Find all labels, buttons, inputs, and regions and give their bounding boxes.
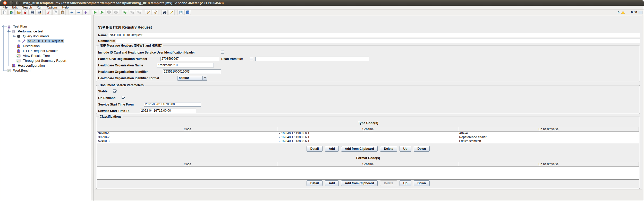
- menu-file[interactable]: File: [0, 6, 10, 10]
- add-from-clipboard-button[interactable]: Add from Clipboard: [341, 146, 378, 152]
- column-header[interactable]: Scheme: [278, 162, 459, 166]
- service-start-from-label: Service Start Time From: [98, 103, 134, 106]
- tree-connector-line: [14, 46, 16, 46]
- column-header[interactable]: En beskrivelse: [458, 162, 639, 166]
- service-start-to-input[interactable]: 2022-04-16T16:00:00: [140, 109, 196, 113]
- window-close-button[interactable]: ✕: [3, 1, 7, 5]
- add-button[interactable]: Add: [325, 146, 338, 152]
- start-no-timers-icon[interactable]: [99, 10, 105, 15]
- detail-button[interactable]: Detail: [307, 180, 323, 186]
- on-demand-checkbox[interactable]: [122, 96, 125, 99]
- save-icon[interactable]: [29, 10, 36, 15]
- format-codes-table: Code Scheme En beskrivelse: [97, 162, 639, 180]
- tree-connector-line: [14, 56, 16, 56]
- column-header[interactable]: En beskrivelse: [458, 127, 639, 131]
- menu-options[interactable]: Options: [45, 6, 60, 10]
- tree-item-view-results-tree[interactable]: View Results Tree: [22, 54, 51, 58]
- read-from-file-checkbox[interactable]: [250, 57, 253, 60]
- remote-start-all-icon[interactable]: [122, 10, 128, 15]
- delete-button[interactable]: Delete: [380, 180, 397, 186]
- add-from-clipboard-button[interactable]: Add from Clipboard: [341, 180, 378, 186]
- stable-checkbox[interactable]: [113, 89, 116, 93]
- column-header[interactable]: Scheme: [278, 127, 459, 131]
- open-file-icon[interactable]: [15, 10, 22, 15]
- column-header[interactable]: Code: [97, 127, 278, 131]
- tree-item-nsp-ihe-iti18-request[interactable]: NSP IHE ITI18 Request: [27, 39, 64, 43]
- tree-item-query-documents[interactable]: Query documents: [22, 34, 50, 38]
- table-row[interactable]: 39289-4 2.16.840.1.113883.6.1 Aftaler: [97, 132, 639, 135]
- window-title: nxrg_iti18.template.jmx (/tests/ihe/src/…: [23, 1, 224, 5]
- read-from-file-input[interactable]: [255, 57, 369, 61]
- menu-run[interactable]: Run: [34, 6, 45, 10]
- save-as-icon[interactable]: [36, 10, 43, 15]
- tree-expand-handle[interactable]: [2, 25, 4, 28]
- menu-help[interactable]: Help: [60, 6, 71, 10]
- chevron-down-icon[interactable]: [202, 76, 207, 80]
- tree-connector-line: [9, 29, 9, 66]
- clear-icon[interactable]: [145, 10, 151, 15]
- patient-crn-input[interactable]: 2708599967: [160, 57, 219, 61]
- templates-icon[interactable]: [8, 10, 15, 15]
- new-file-icon[interactable]: [1, 10, 8, 15]
- copy-icon[interactable]: [52, 10, 59, 15]
- window-maximize-button[interactable]: [15, 1, 20, 5]
- clear-all-icon[interactable]: [152, 10, 158, 15]
- start-icon[interactable]: [92, 10, 98, 15]
- tree-item-throughput-summary-report[interactable]: Throughput Summary Report: [22, 58, 67, 63]
- org-id-format-select[interactable]: nsi:sor: [177, 76, 207, 81]
- type-codes-table: Code Scheme En beskrivelse 39289-4 2.16.…: [97, 127, 639, 143]
- up-button[interactable]: Up: [400, 180, 411, 186]
- table-row[interactable]: 39290-2 2.16.840.1.113883.6.1 Repeterend…: [97, 135, 639, 139]
- org-id-input[interactable]: 293591000016003: [163, 69, 221, 74]
- group-title: NSP Message Headers (DGWS and HSUID): [99, 44, 163, 47]
- cut-icon[interactable]: [45, 10, 52, 15]
- search-icon[interactable]: [161, 10, 168, 15]
- include-id-card-checkbox[interactable]: [221, 50, 224, 54]
- listener-icon: [16, 54, 21, 58]
- tree-expand-handle[interactable]: [7, 30, 10, 32]
- tree-panel[interactable]: Test PlanPerformance testQuery documents…: [1, 15, 91, 201]
- delete-button[interactable]: Delete: [380, 146, 397, 152]
- down-button[interactable]: Down: [414, 180, 430, 186]
- tree-item-distribution[interactable]: Distribution: [22, 44, 40, 48]
- tree-expand-handle[interactable]: [13, 35, 15, 37]
- name-input[interactable]: NSP IHE ITI18 Request: [109, 33, 640, 37]
- tree-item-workbench[interactable]: WorkBench: [12, 68, 31, 73]
- loop-icon: [16, 34, 21, 38]
- tree-item-performance-test[interactable]: Performance test: [17, 29, 44, 33]
- stop-icon[interactable]: [106, 10, 112, 15]
- function-helper-icon[interactable]: [177, 10, 184, 15]
- tree-connector-line: [9, 66, 11, 66]
- tree-item-test-plan[interactable]: Test Plan: [12, 24, 28, 29]
- expand-all-icon[interactable]: [69, 10, 75, 15]
- config-icon: [16, 49, 21, 53]
- detail-button[interactable]: Detail: [307, 146, 323, 152]
- tree-item-http-request-defaults[interactable]: HTTP Request Defaults: [22, 49, 59, 53]
- tree-item-host-configuration[interactable]: Host configuration: [17, 63, 46, 68]
- down-button[interactable]: Down: [414, 146, 430, 152]
- tree-connector-line: [3, 71, 7, 71]
- warning-icon[interactable]: [621, 11, 625, 14]
- org-name-input[interactable]: Krankhaus 2.0: [157, 63, 214, 67]
- paste-icon[interactable]: [59, 10, 66, 15]
- tree-expand-handle[interactable]: [18, 40, 20, 42]
- service-start-from-input[interactable]: 2021-05-01T16:00:00: [144, 102, 201, 107]
- close-file-icon[interactable]: [22, 10, 29, 15]
- search-reset-icon[interactable]: [168, 10, 175, 15]
- add-button[interactable]: Add: [325, 180, 338, 186]
- collapse-all-icon[interactable]: [75, 10, 82, 15]
- split-pane-divider[interactable]: [91, 15, 94, 201]
- help-icon[interactable]: ?: [184, 10, 191, 15]
- column-header[interactable]: Code: [97, 162, 278, 166]
- menu-edit[interactable]: Edit: [10, 6, 20, 10]
- toggle-icon[interactable]: [82, 10, 89, 15]
- menu-search[interactable]: Search: [20, 6, 34, 10]
- page-title: NSP IHE ITI18 Registry Request: [98, 25, 152, 29]
- table-row[interactable]: 52460-3 2.16.840.1.113883.6.1 Fælles sta…: [97, 139, 639, 143]
- remote-stop-all-icon[interactable]: [129, 10, 135, 15]
- comments-input[interactable]: [116, 39, 640, 43]
- remote-shutdown-all-icon[interactable]: [136, 10, 142, 15]
- up-button[interactable]: Up: [400, 146, 411, 152]
- shutdown-icon[interactable]: [113, 10, 119, 15]
- window-minimize-button[interactable]: —: [9, 1, 13, 5]
